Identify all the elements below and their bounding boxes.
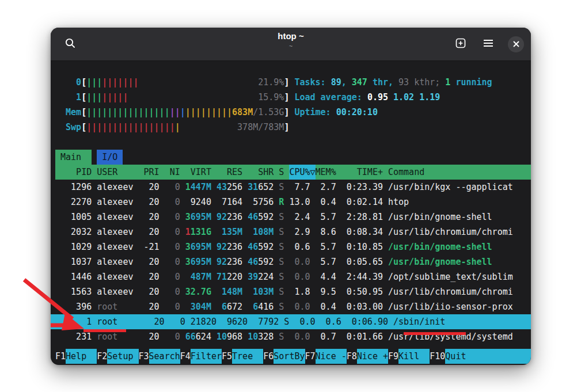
text-seg: 6 [253, 299, 258, 314]
text-seg: 93 kthr; [398, 75, 445, 90]
text-seg: 0 [165, 210, 180, 224]
fkey-nice-plus[interactable]: Nice + [357, 349, 388, 364]
text-seg: | [180, 105, 185, 120]
text-seg: ||| [86, 75, 102, 90]
text-seg: ||||| [102, 90, 128, 105]
swp-meter: Swp[|||||||||||||||||| 378M/783M] [51, 120, 531, 135]
text-seg [139, 75, 259, 90]
text-seg: 135M [222, 224, 242, 239]
text-seg: 46 [248, 254, 258, 269]
process-row[interactable]: 2032 alexeev 20 0 1131G 135M 108M S 2.9 … [51, 224, 531, 239]
fkey-help[interactable]: Help [66, 349, 97, 364]
text-seg: 5.7 0:05.65 [310, 254, 388, 269]
text-seg: ||||||| [102, 75, 138, 90]
text-seg [128, 90, 258, 105]
text-seg [274, 329, 279, 344]
text-seg [424, 165, 531, 180]
fkey-f3[interactable]: F3 [139, 349, 149, 364]
text-seg: 1563 alexeev 20 [55, 284, 165, 299]
screen-tabs-row: Main I/O [51, 150, 531, 165]
header-columns[interactable]: PID USER PRI NI VIRT RES SHR S [55, 165, 289, 180]
cpu1-meter: 1[|||||||| 15.9%] Load average: 0.95 1.0… [51, 90, 531, 105]
text-seg: [ [81, 105, 86, 120]
fkey-setup[interactable]: Setup [107, 349, 138, 364]
fkey-kill[interactable]: Kill [398, 349, 430, 364]
text-seg [180, 254, 185, 269]
fkey-f1[interactable]: F1 [55, 349, 66, 364]
process-row[interactable]: 1563 alexeev 20 0 32.7G 148M 103M S 1.8 … [51, 284, 531, 299]
text-seg: 0 [165, 269, 180, 284]
text-seg [242, 284, 253, 299]
text-seg [211, 239, 217, 254]
text-seg: 256 [227, 180, 242, 195]
fkey-f9[interactable]: F9 [388, 349, 398, 364]
text-seg: 2.4 5.7 2:28.81 /usr/bin/gnome-shell [284, 210, 492, 224]
screen-tabs[interactable]: Main I/O [51, 150, 531, 165]
process-row[interactable]: 1296 alexeev 20 0 1447M 43256 31652 S 7.… [51, 180, 531, 195]
text-seg: root [97, 329, 143, 344]
close-button[interactable] [508, 36, 524, 52]
fkey-nice-minus[interactable]: Nice - [316, 349, 347, 364]
function-key-bar[interactable]: F1Help F2Setup F3SearchF4FilterF5Tree F6… [51, 349, 531, 364]
text-seg: 1.02 1.19 [393, 90, 440, 105]
titlebar[interactable]: htop ~ ~ [51, 28, 531, 61]
fkey-quit[interactable]: Quit [445, 349, 531, 364]
fkey-sortby[interactable]: SortBy [274, 349, 305, 364]
text-seg: | [175, 120, 180, 135]
fkey-tree[interactable]: Tree [232, 349, 263, 364]
process-row[interactable]: 1037 alexeev 20 0 3695M 92236 46592 S 0.… [51, 254, 531, 269]
text-seg: 7.7 2.7 0:23.39 /usr/bin/kgx --gapplicat [284, 180, 512, 195]
text-seg: Load average: [294, 90, 367, 105]
text-seg: 1296 alexeev 20 [55, 180, 165, 195]
sort-column-cpu[interactable]: CPU%▽ [289, 165, 315, 180]
text-seg: [ [81, 75, 86, 90]
tab-io[interactable]: I/O [97, 150, 123, 165]
text-seg [211, 254, 217, 269]
fkey-f10[interactable]: F10 [430, 349, 445, 364]
process-row-selected[interactable]: 1 root 20 0 21820 9620 7792 S 0.0 0.6 0:… [51, 314, 531, 329]
text-seg: Uptime: [294, 105, 336, 120]
fkey-search[interactable]: Search [149, 349, 180, 364]
process-row[interactable]: 2270 alexeev 20 0 9240 7164 5756 R 13.0 … [51, 195, 531, 210]
fkey-f5[interactable]: F5 [222, 349, 232, 364]
process-row[interactable]: 1029 alexeev -21 0 3695M 92236 46592 S 0… [51, 239, 531, 254]
text-seg: ||| [86, 90, 102, 105]
text-seg: /usr/bin/gnome-shell [388, 254, 492, 269]
text-seg: 672 [227, 299, 242, 314]
process-row[interactable]: 1446 alexeev 20 0 487M 71220 39224 S 0.0… [51, 269, 531, 284]
fkey-f2[interactable]: F2 [97, 349, 107, 364]
fkey-f8[interactable]: F8 [347, 349, 357, 364]
text-seg: 0.0 [284, 299, 310, 314]
text-seg [211, 210, 217, 224]
text-seg: 416 [258, 299, 274, 314]
text-seg: 236 [227, 210, 242, 224]
text-seg: 0 [165, 195, 180, 210]
new-tab-button[interactable] [453, 36, 469, 52]
text-seg: 592 [258, 210, 274, 224]
fkey-f7[interactable]: F7 [305, 349, 316, 364]
search-button[interactable] [62, 36, 78, 52]
tab-main[interactable]: Main [55, 150, 92, 165]
fkey-f4[interactable]: F4 [180, 349, 191, 364]
text-seg: 32.7G [185, 284, 211, 299]
text-seg: 66 [185, 329, 196, 344]
text-seg: 1.8 9.5 0:50.95 /usr/lib/chromium/chromi [284, 284, 512, 299]
text-seg [180, 284, 185, 299]
text-seg: 0 [55, 75, 81, 90]
text-seg [274, 299, 279, 314]
text-seg: ||||||||| [185, 105, 232, 120]
process-row[interactable]: 1005 alexeev 20 0 3695M 92236 46592 S 2.… [51, 210, 531, 224]
text-seg [242, 224, 253, 239]
process-row[interactable]: 231 root 20 0 66624 10968 10328 S 0.0 0.… [51, 329, 531, 344]
table-header[interactable]: PID USER PRI NI VIRT RES SHR S CPU%▽MEM%… [51, 165, 531, 180]
fkey-f6[interactable]: F6 [263, 349, 274, 364]
process-row[interactable]: 396 root 20 0 304M 6672 6416 S 0.0 0.4 0… [51, 299, 531, 314]
fkey-filter[interactable]: Filter [191, 349, 222, 364]
text-seg [92, 150, 97, 165]
text-seg: S [279, 284, 284, 299]
menu-button[interactable] [480, 36, 496, 52]
window-subtitle: ~ [289, 43, 293, 50]
text-seg [274, 254, 279, 269]
text-seg: 304M [191, 299, 211, 314]
header-columns[interactable]: MEM% TIME+ Command [316, 165, 425, 180]
